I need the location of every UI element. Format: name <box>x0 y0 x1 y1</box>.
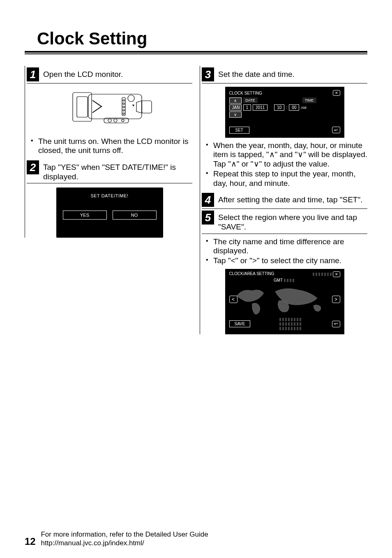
step-1-bullets: The unit turns on. When the LCD monitor … <box>31 137 192 155</box>
svg-point-14 <box>128 95 134 102</box>
svg-point-6 <box>123 106 125 108</box>
svg-point-7 <box>123 109 125 111</box>
bullet: Repeat this step to input the year, mont… <box>206 169 367 188</box>
svg-rect-0 <box>88 94 142 119</box>
down-arrow-button[interactable]: ∨ <box>229 111 242 118</box>
ampm-label: AM <box>301 106 307 110</box>
step-number-1: 1 <box>27 67 39 81</box>
step-5: 5 Select the region where you live and t… <box>202 209 367 234</box>
bullet: Tap "<" or ">" to select the city name. <box>206 256 367 265</box>
next-city-button[interactable]: > <box>332 296 340 303</box>
lcd-dialog-title: SET DATE/TIME! <box>63 193 157 198</box>
year-field[interactable]: 2011 <box>253 104 267 111</box>
svg-point-8 <box>123 113 125 114</box>
step-1-text: Open the LCD monitor. <box>43 67 123 79</box>
gmt-row: GMT <box>229 278 340 282</box>
step-4: 4 After setting the date and time, tap "… <box>202 191 367 209</box>
redacted-text <box>279 318 302 321</box>
time-label: TIME <box>302 97 316 103</box>
step-4-text: After setting the date and time, tap "SE… <box>218 193 362 205</box>
step-3-text: Set the date and time. <box>218 67 295 79</box>
step-2-text: Tap "YES" when "SET DATE/TIME!" is displ… <box>43 160 192 182</box>
step-5-text: Select the region where you live and tap… <box>218 211 367 232</box>
bullet: When the year, month, day, hour, or minu… <box>206 141 367 169</box>
lcd-set-datetime: SET DATE/TIME! YES NO <box>56 188 163 238</box>
step-3-bullets: When the year, month, day, hour, or minu… <box>206 141 367 188</box>
area-title: CLOCK/AREA SETTING <box>229 271 274 276</box>
bullet: The city name and time difference are di… <box>206 237 367 256</box>
time-separator: : <box>286 105 287 110</box>
svg-point-5 <box>123 103 125 104</box>
month-field[interactable]: JAN <box>229 104 242 111</box>
lcd-clock-setting: CLOCK SETTING ✕ ∧ JAN ∨ DATE TIME <box>225 87 344 138</box>
redacted-text <box>279 327 302 330</box>
prev-city-button[interactable]: < <box>229 296 238 303</box>
step-number-2: 2 <box>27 160 39 174</box>
title-rule <box>25 51 367 54</box>
page-title: Clock Setting <box>25 29 367 49</box>
svg-rect-9 <box>142 101 152 113</box>
minute-field[interactable]: 00 <box>289 104 299 111</box>
step-2: 2 Tap "YES" when "SET DATE/TIME!" is dis… <box>27 159 192 184</box>
step-number-4: 4 <box>202 193 214 207</box>
hour-field[interactable]: 10 <box>274 104 284 111</box>
set-button[interactable]: SET <box>229 127 249 134</box>
date-label: DATE <box>243 97 258 103</box>
back-icon[interactable]: ↩ <box>332 321 340 327</box>
yes-button[interactable]: YES <box>63 211 107 220</box>
world-map: < > <box>229 283 340 317</box>
page-footer: 12 For more information, refer to the De… <box>25 530 208 547</box>
redacted-text <box>279 322 302 326</box>
footer-line1: For more information, refer to the Detai… <box>41 530 208 538</box>
step-number-3: 3 <box>202 67 214 81</box>
clock-title: CLOCK SETTING <box>229 91 263 95</box>
no-button[interactable]: NO <box>113 211 157 220</box>
svg-point-12 <box>114 119 117 122</box>
up-arrow-button[interactable]: ∧ <box>229 97 242 104</box>
close-icon[interactable]: ✕ <box>333 271 340 277</box>
day-field[interactable]: 1 <box>243 104 251 111</box>
step-5-bullets: The city name and time difference are di… <box>206 237 367 266</box>
save-button[interactable]: SAVE <box>229 320 251 327</box>
back-icon[interactable]: ↩ <box>332 127 340 133</box>
svg-point-4 <box>123 100 125 101</box>
camcorder-illustration <box>60 86 159 133</box>
bullet: The unit turns on. When the LCD monitor … <box>31 137 192 155</box>
svg-rect-2 <box>77 97 88 117</box>
lcd-area-setting: CLOCK/AREA SETTING ✕ GMT <box>225 269 344 334</box>
step-number-5: 5 <box>202 211 214 225</box>
page-number: 12 <box>25 536 36 547</box>
step-3: 3 Set the date and time. <box>202 66 367 83</box>
svg-point-13 <box>122 119 124 122</box>
redacted-text <box>313 273 332 276</box>
step-1: 1 Open the LCD monitor. <box>27 66 192 83</box>
footer-url: http://manual.jvc.co.jp/index.html/ <box>41 539 144 547</box>
svg-point-11 <box>108 119 111 122</box>
close-icon[interactable]: ✕ <box>333 90 340 96</box>
